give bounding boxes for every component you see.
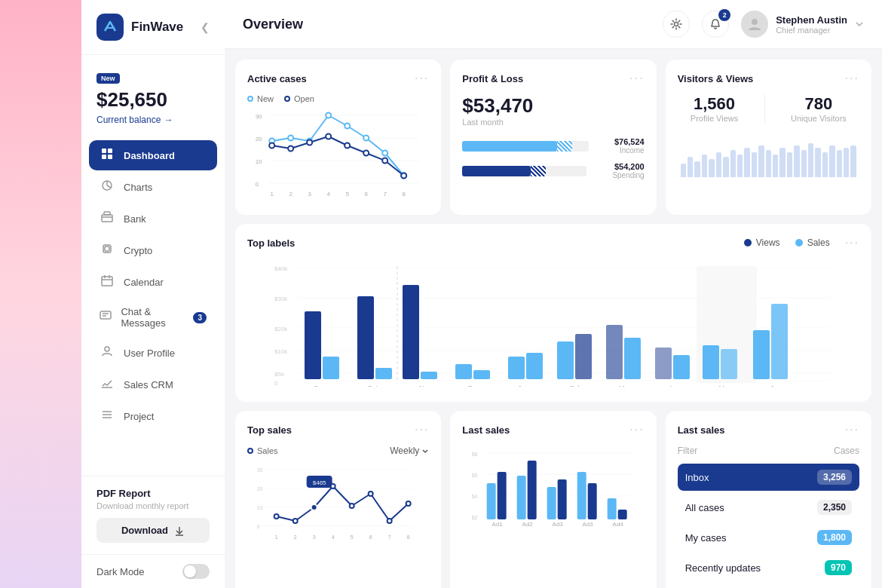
sales-row-inbox[interactable]: Inbox 3,256 (678, 464, 859, 491)
svg-point-35 (363, 151, 369, 156)
svg-rect-61 (375, 368, 392, 379)
active-cases-card: Active cases ··· New Open 30 20 10 0 (235, 60, 441, 215)
top-sales-chart: 30 20 10 0 $465 1 2 (247, 462, 429, 545)
top-sales-subheader: Sales Weekly (247, 446, 429, 456)
sidebar-item-charts[interactable]: Charts (89, 172, 217, 202)
svg-rect-5 (102, 215, 112, 222)
charts-icon (100, 179, 115, 194)
svg-rect-125 (498, 472, 507, 519)
sidebar-collapse-button[interactable]: ❮ (201, 21, 210, 33)
dark-mode-section: Dark Mode (81, 554, 225, 588)
svg-point-106 (387, 519, 392, 523)
v-bar (844, 148, 849, 177)
active-cases-title: Active cases (247, 73, 307, 84)
svg-text:0: 0 (274, 380, 278, 387)
sidebar-item-crypto[interactable]: Crypto (89, 235, 217, 265)
last-sales-chart-title: Last sales (462, 424, 510, 436)
svg-text:2: 2 (294, 534, 297, 540)
sidebar-item-sales-crm[interactable]: Sales CRM (89, 369, 217, 400)
download-button[interactable]: Download (96, 518, 210, 543)
svg-text:May: May (718, 384, 732, 387)
sidebar-item-bank[interactable]: Bank (89, 204, 217, 234)
crypto-icon (100, 243, 115, 258)
svg-text:$10k: $10k (274, 348, 288, 355)
svg-rect-67 (508, 357, 525, 379)
sidebar-item-chat[interactable]: Chat & Messages 3 (89, 299, 217, 336)
sidebar-item-calendar[interactable]: Calendar (89, 267, 217, 297)
last-sales-chart-card: Last sales ··· $8 $6 $4 $2 (450, 411, 656, 588)
sales-row-my-cases[interactable]: My cases 1,800 (678, 524, 859, 551)
balance-label: Current balance → (96, 115, 210, 125)
sales-row-recently-updates[interactable]: Recently updates 970 (678, 554, 859, 581)
active-cases-menu[interactable]: ··· (415, 72, 429, 85)
svg-rect-58 (305, 311, 321, 379)
unique-visitors-label: Unique Visitors (791, 114, 847, 123)
sales-row-all-cases[interactable]: All cases 2,350 (678, 494, 859, 521)
svg-point-30 (269, 143, 274, 149)
last-sales-table-menu[interactable]: ··· (845, 423, 859, 436)
visitors-stats: 1,560 Profile Views 780 Unique Visitors (678, 94, 859, 123)
svg-text:30: 30 (257, 467, 263, 473)
active-cases-legend: New Open (247, 94, 429, 103)
svg-rect-59 (323, 357, 339, 379)
top-labels-menu[interactable]: ··· (845, 236, 859, 250)
v-bar (752, 152, 757, 177)
spending-bar-track (462, 166, 586, 176)
last-sales-chart-header: Last sales ··· (462, 423, 644, 436)
top-sales-menu[interactable]: ··· (415, 423, 429, 436)
sales-legend: Sales (795, 237, 830, 248)
svg-point-99 (293, 519, 298, 523)
recently-updates-label: Recently updates (685, 562, 761, 574)
svg-text:Ad3: Ad3 (583, 521, 594, 528)
visitors-menu[interactable]: ··· (845, 72, 859, 85)
svg-point-33 (326, 134, 331, 139)
v-bar (681, 164, 686, 177)
svg-text:$30k: $30k (274, 296, 288, 302)
last-sales-chart-menu[interactable]: ··· (629, 423, 644, 436)
dark-mode-label: Dark Mode (96, 566, 175, 577)
bank-icon (100, 211, 115, 226)
chat-badge: 3 (193, 312, 207, 323)
v-bar (694, 161, 700, 177)
weekly-select-button[interactable]: Weekly (390, 446, 429, 456)
svg-rect-60 (357, 296, 374, 379)
legend-new: New (247, 94, 274, 103)
sidebar-item-user-profile[interactable]: User Profile (89, 338, 217, 368)
dark-mode-toggle[interactable] (182, 564, 210, 579)
sidebar-item-project[interactable]: Project (89, 401, 217, 431)
logo-text: FinWave (131, 20, 183, 35)
sidebar-item-dashboard[interactable]: Dashboard (89, 140, 217, 170)
svg-text:0: 0 (257, 524, 260, 529)
project-icon (100, 409, 115, 424)
svg-rect-9 (102, 277, 112, 286)
top-sales-title: Top sales (247, 424, 292, 436)
profit-loss-menu[interactable]: ··· (629, 72, 644, 85)
svg-point-12 (675, 23, 678, 26)
svg-text:5: 5 (351, 534, 354, 540)
svg-point-104 (350, 504, 354, 508)
svg-rect-128 (547, 487, 556, 519)
visitors-header: Visitors & Views ··· (678, 72, 859, 85)
svg-point-105 (369, 492, 373, 496)
last-sales-chart: $8 $6 $4 $2 (462, 446, 644, 528)
profit-period: Last month (462, 118, 644, 127)
new-badge: New (96, 73, 120, 84)
cases-label: Cases (834, 446, 859, 456)
svg-rect-6 (104, 212, 110, 215)
svg-text:$8: $8 (472, 452, 478, 457)
v-bar (766, 150, 771, 177)
v-bar (779, 148, 785, 177)
chat-icon (100, 310, 112, 325)
chat-label: Chat & Messages (121, 306, 184, 329)
svg-text:10: 10 (257, 505, 263, 510)
sales-row-low-score[interactable]: Low score 650 (678, 584, 859, 588)
balance-section: New $25,650 Current balance → (81, 55, 225, 136)
svg-text:$5k: $5k (274, 371, 285, 378)
notifications-button[interactable]: 2 (702, 11, 729, 38)
svg-point-31 (288, 146, 293, 152)
settings-button[interactable] (663, 11, 690, 38)
profit-amount: $53,470 (462, 94, 644, 118)
user-info[interactable]: Stephen Austin Chief manager (741, 11, 864, 38)
svg-text:3: 3 (313, 534, 316, 540)
legend-open: Open (284, 94, 314, 103)
